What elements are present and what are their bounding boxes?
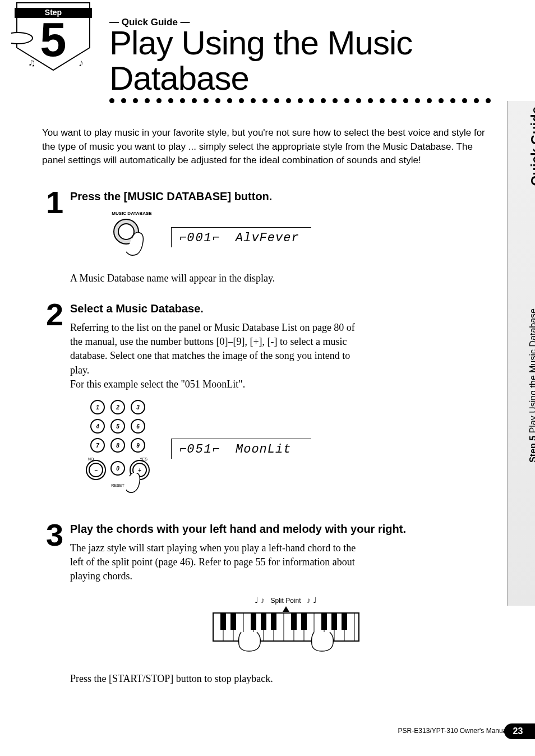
keypad-8: 8	[110, 438, 125, 453]
step-number: 5	[40, 13, 66, 66]
keypad-3: 3	[131, 400, 145, 414]
step-1-note: A Music Database name will appear in the…	[70, 271, 367, 285]
keypad-1: 1	[90, 400, 105, 414]
lcd-number: 001	[187, 231, 213, 245]
svg-rect-27	[291, 613, 297, 630]
svg-text:♫: ♫	[28, 57, 36, 68]
page-number: 23	[504, 723, 535, 739]
number-keypad-illustration: 1 2 3 4 5 6 7 8 9	[87, 400, 149, 497]
lcd-display-1: ⌐001⌐ AlvFever	[171, 227, 311, 247]
svg-rect-22	[220, 613, 226, 630]
chapter-title: Play Using the Music Database	[109, 25, 535, 96]
svg-point-1	[11, 33, 33, 44]
svg-marker-6	[283, 606, 289, 612]
svg-rect-26	[271, 613, 276, 630]
step-number-1: 1	[39, 190, 70, 215]
keypad-5: 5	[110, 419, 125, 434]
footer-text: PSR-E313/YPT-310 Owner's Manual	[398, 727, 508, 735]
svg-rect-25	[261, 613, 266, 630]
side-tab: Quick Guide Step 5 Play Using the Music …	[507, 101, 535, 606]
intro-paragraph: You want to play music in your favorite …	[42, 126, 488, 168]
keypad-0: 0	[110, 461, 125, 476]
svg-rect-24	[251, 613, 256, 630]
music-database-button-illustration: MUSIC DATABASE	[104, 211, 160, 263]
step-number-2: 2	[39, 302, 70, 328]
lcd-display-2: ⌐051⌐ MoonLit	[171, 439, 311, 459]
svg-rect-29	[321, 613, 327, 630]
lcd-name: MoonLit	[236, 442, 291, 457]
step-2-body: Referring to the list on the panel or Mu…	[70, 321, 367, 377]
step-3-body: The jazz style will start playing when y…	[70, 541, 367, 584]
lcd-number: 051	[187, 442, 213, 457]
svg-text:♪: ♪	[79, 57, 84, 68]
step-3-after: Press the [START/STOP] button to stop pl…	[70, 672, 367, 686]
step-2-heading: Select a Music Database.	[70, 302, 501, 315]
side-tab-big: Quick Guide	[528, 107, 535, 186]
step-3: 3 Play the chords with your left hand an…	[39, 523, 501, 686]
keypad-6: 6	[131, 419, 145, 434]
svg-rect-28	[301, 613, 307, 630]
step-2: 2 Select a Music Database. Referring to …	[39, 302, 501, 506]
step-3-heading: Play the chords with your left hand and …	[70, 523, 501, 536]
keypad-minus: −	[89, 463, 103, 477]
keypad-4: 4	[90, 419, 105, 434]
step-badge: Step 5 ♪ ♫	[11, 0, 95, 73]
keyboard-split-illustration: ♩ ♪ Split Point ♪ ♩	[196, 595, 376, 658]
svg-rect-30	[331, 613, 337, 630]
step-1: 1 Press the [MUSIC DATABASE] button. MUS…	[39, 190, 501, 285]
svg-rect-31	[342, 613, 347, 630]
step-1-heading: Press the [MUSIC DATABASE] button.	[70, 190, 501, 203]
lcd-name: AlvFever	[236, 231, 299, 245]
keypad-9: 9	[131, 438, 145, 453]
step-2-body2: For this example select the "051 MoonLit…	[70, 377, 367, 391]
svg-rect-23	[230, 613, 236, 630]
step-number-3: 3	[39, 523, 70, 548]
side-tab-small: Step 5 Play Using the Music Database	[528, 308, 535, 463]
dot-separator	[109, 98, 491, 103]
keypad-7: 7	[90, 438, 105, 453]
svg-point-5	[118, 224, 134, 239]
keypad-2: 2	[110, 400, 125, 414]
